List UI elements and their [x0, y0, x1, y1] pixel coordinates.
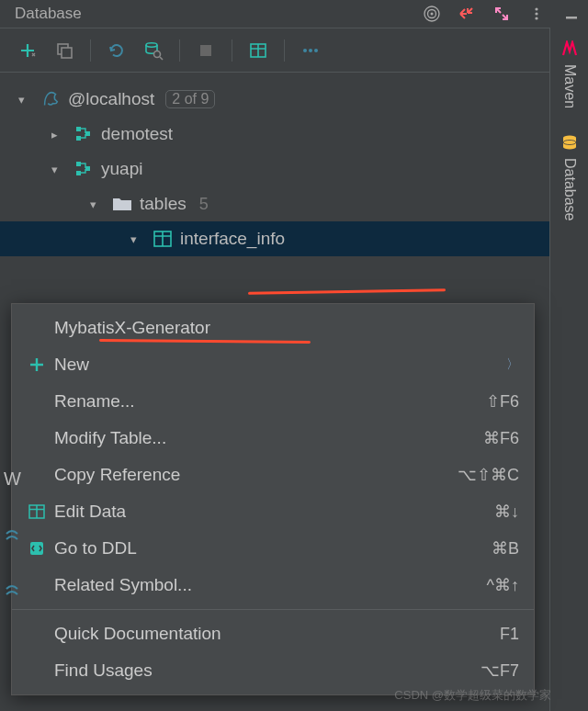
- gutter-icon: [4, 583, 21, 600]
- target-icon[interactable]: [423, 5, 441, 23]
- expand-red-icon[interactable]: [458, 5, 476, 23]
- submenu-arrow-icon: 〉: [506, 356, 519, 373]
- folder-icon: [112, 196, 132, 212]
- svg-point-10: [154, 51, 161, 57]
- ddl-icon: [23, 540, 51, 557]
- separator: [284, 40, 285, 62]
- chevron-right-icon[interactable]: ▸: [51, 128, 66, 141]
- menu-go-to-ddl[interactable]: Go to DDL ⌘B: [12, 530, 534, 567]
- folder-label: tables: [140, 194, 187, 214]
- menu-edit-data[interactable]: Edit Data ⌘↓: [12, 493, 534, 530]
- menu-quick-documentation[interactable]: Quick Documentation F1: [12, 615, 534, 652]
- schema-icon: [74, 125, 94, 143]
- refresh-button[interactable]: [102, 36, 131, 65]
- tables-folder-node[interactable]: ▾ tables 5: [0, 186, 549, 221]
- svg-rect-20: [76, 171, 81, 175]
- svg-point-4: [535, 12, 537, 15]
- svg-rect-16: [76, 127, 81, 131]
- svg-point-5: [535, 17, 537, 19]
- tab-maven[interactable]: Maven: [550, 28, 588, 121]
- svg-point-9: [146, 42, 157, 46]
- connection-node[interactable]: ▾ @localhost 2 of 9: [0, 82, 549, 117]
- svg-point-3: [535, 7, 537, 10]
- schema-node[interactable]: ▸ demotest: [0, 117, 549, 152]
- title-bar: Database: [0, 0, 588, 28]
- shortcut-label: ⌘↓: [494, 502, 519, 522]
- mysql-icon: [40, 88, 61, 110]
- plus-icon: [23, 356, 51, 373]
- svg-point-15: [314, 49, 318, 52]
- svg-rect-11: [200, 45, 211, 56]
- schema-icon: [74, 160, 94, 178]
- menu-modify-table[interactable]: Modify Table... ⌘F6: [12, 420, 534, 457]
- svg-rect-17: [76, 136, 81, 141]
- shortcut-label: ⇧F6: [486, 391, 519, 412]
- count-label: 5: [199, 195, 209, 214]
- shortcut-label: ⌥⇧⌘C: [458, 465, 519, 485]
- svg-rect-8: [62, 48, 72, 58]
- db-search-button[interactable]: [139, 36, 168, 65]
- svg-rect-6: [566, 17, 577, 19]
- stop-button[interactable]: [191, 36, 220, 65]
- chevron-down-icon[interactable]: ▾: [130, 232, 145, 246]
- svg-rect-18: [85, 131, 90, 136]
- table-view-button[interactable]: [243, 36, 273, 65]
- schema-label: yuapi: [101, 159, 142, 179]
- watermark: CSDN @数学超级菜的数学家: [394, 687, 551, 704]
- left-gutter: W: [0, 468, 21, 600]
- shortcut-label: F1: [500, 625, 519, 644]
- context-menu: MybatisX-Generator New 〉 Rename... ⇧F6 M…: [11, 303, 535, 695]
- right-tool-tabs: Maven Database: [549, 28, 588, 711]
- more-horiz-icon[interactable]: [296, 36, 325, 65]
- table-icon: [23, 504, 51, 519]
- menu-copy-reference[interactable]: Copy Reference ⌥⇧⌘C: [12, 457, 534, 493]
- svg-point-13: [303, 49, 307, 52]
- schema-label: demotest: [101, 124, 173, 144]
- menu-rename[interactable]: Rename... ⇧F6: [12, 383, 534, 420]
- schema-node[interactable]: ▾ yuapi: [0, 152, 549, 186]
- chevron-down-icon[interactable]: ▾: [18, 93, 33, 107]
- shortcut-label: ⌘B: [492, 538, 519, 559]
- add-datasource-button[interactable]: [13, 36, 42, 65]
- table-icon: [153, 231, 173, 247]
- table-node[interactable]: ▾ interface_info: [0, 221, 549, 256]
- collapse-pink-icon[interactable]: [492, 5, 511, 23]
- maven-icon: [561, 40, 578, 57]
- chevron-down-icon[interactable]: ▾: [51, 163, 66, 176]
- connection-label: @localhost: [68, 89, 154, 109]
- tab-label: Maven: [561, 64, 578, 108]
- shortcut-label: ⌥F7: [481, 660, 519, 681]
- svg-point-2: [431, 13, 434, 16]
- separator: [90, 40, 91, 62]
- gutter-letter: W: [4, 468, 21, 490]
- menu-separator: [12, 609, 534, 610]
- svg-point-14: [309, 49, 312, 52]
- menu-new[interactable]: New 〉: [12, 346, 534, 383]
- table-label: interface_info: [180, 229, 285, 249]
- more-vert-icon[interactable]: [527, 5, 546, 23]
- menu-related-symbol[interactable]: Related Symbol... ^⌘↑: [12, 567, 534, 604]
- svg-rect-19: [76, 162, 81, 166]
- tab-label: Database: [561, 158, 578, 221]
- gutter-icon: [4, 528, 21, 545]
- separator: [179, 40, 180, 62]
- svg-rect-21: [85, 166, 90, 171]
- count-badge: 2 of 9: [165, 90, 215, 108]
- separator: [232, 40, 232, 62]
- chevron-down-icon[interactable]: ▾: [90, 198, 105, 211]
- database-icon: [561, 134, 578, 151]
- duplicate-button[interactable]: [50, 36, 79, 65]
- menu-find-usages[interactable]: Find Usages ⌥F7: [12, 652, 534, 689]
- minimize-icon[interactable]: [562, 5, 581, 23]
- shortcut-label: ⌘F6: [483, 428, 519, 448]
- panel-title: Database: [15, 5, 423, 23]
- shortcut-label: ^⌘↑: [487, 575, 519, 595]
- database-tree: ▾ @localhost 2 of 9 ▸ demotest ▾ yuapi ▾: [0, 73, 549, 265]
- db-toolbar: [0, 28, 549, 73]
- tab-database[interactable]: Database: [550, 121, 588, 234]
